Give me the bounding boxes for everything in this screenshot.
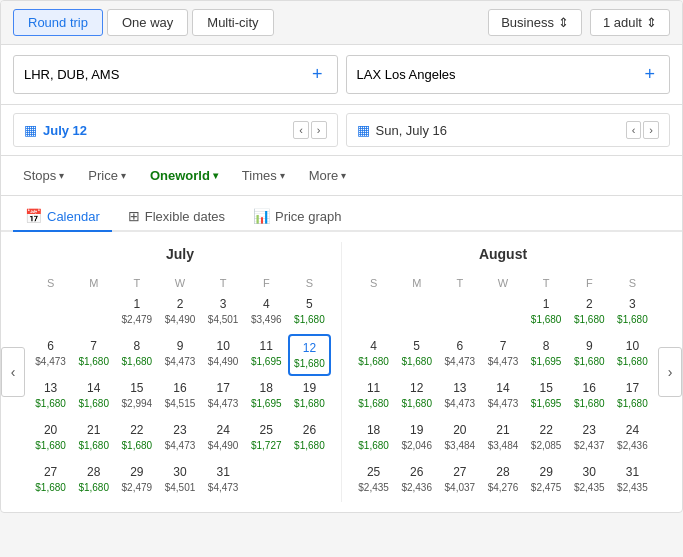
day-cell-july-7[interactable]: 7$1,680 (72, 334, 115, 376)
day-cell-july-12[interactable]: 12$1,680 (288, 334, 331, 376)
add-destination-button[interactable]: + (640, 64, 659, 85)
day-number: 28 (496, 464, 509, 481)
day-cell-july-11[interactable]: 11$1,695 (245, 334, 288, 376)
day-cell-july-28[interactable]: 28$1,680 (72, 460, 115, 502)
day-cell-august-18[interactable]: 18$1,680 (352, 418, 395, 460)
day-cell-july-31[interactable]: 31$4,473 (202, 460, 245, 502)
day-cell-august-1[interactable]: 1$1,680 (525, 292, 568, 334)
day-cell-july-6[interactable]: 6$4,473 (29, 334, 72, 376)
cabin-class-select[interactable]: Business ⇕ (488, 9, 582, 36)
day-price: $4,515 (165, 397, 196, 410)
day-cell-august-27[interactable]: 27$4,037 (438, 460, 481, 502)
stops-filter[interactable]: Stops ▾ (13, 164, 74, 187)
departure-prev-button[interactable]: ‹ (293, 121, 309, 139)
day-cell-august-17[interactable]: 17$1,680 (611, 376, 654, 418)
top-bar-right: Business ⇕ 1 adult ⇕ (488, 9, 670, 36)
day-cell-august-14[interactable]: 14$4,473 (481, 376, 524, 418)
return-next-button[interactable]: › (643, 121, 659, 139)
origin-input-wrapper[interactable]: + (13, 55, 338, 94)
one-way-button[interactable]: One way (107, 9, 188, 36)
day-cell-july-26[interactable]: 26$1,680 (288, 418, 331, 460)
day-cell-july-2[interactable]: 2$4,490 (158, 292, 201, 334)
day-cell-july-3[interactable]: 3$4,501 (202, 292, 245, 334)
day-cell-july-29[interactable]: 29$2,479 (115, 460, 158, 502)
tab-price-graph[interactable]: 📊 Price graph (241, 202, 353, 232)
day-cell-august-20[interactable]: 20$3,484 (438, 418, 481, 460)
day-cell-july-9[interactable]: 9$4,473 (158, 334, 201, 376)
tab-calendar[interactable]: 📅 Calendar (13, 202, 112, 232)
day-cell-july-17[interactable]: 17$4,473 (202, 376, 245, 418)
day-number: 21 (496, 422, 509, 439)
more-filter[interactable]: More ▾ (299, 164, 357, 187)
day-price: $1,680 (617, 313, 648, 326)
day-cell-july-13[interactable]: 13$1,680 (29, 376, 72, 418)
day-cell-july-1[interactable]: 1$2,479 (115, 292, 158, 334)
day-cell-august-25[interactable]: 25$2,435 (352, 460, 395, 502)
day-number: 2 (586, 296, 593, 313)
round-trip-button[interactable]: Round trip (13, 9, 103, 36)
day-cell-july-25[interactable]: 25$1,727 (245, 418, 288, 460)
day-cell-august-29[interactable]: 29$2,475 (525, 460, 568, 502)
day-cell-august-19[interactable]: 19$2,046 (395, 418, 438, 460)
day-cell-august-11[interactable]: 11$1,680 (352, 376, 395, 418)
day-cell-july-27[interactable]: 27$1,680 (29, 460, 72, 502)
calendar-next-button[interactable]: › (658, 347, 682, 397)
departure-next-button[interactable]: › (311, 121, 327, 139)
day-cell-july-24[interactable]: 24$4,490 (202, 418, 245, 460)
multi-city-button[interactable]: Multi-city (192, 9, 273, 36)
day-cell-july-5[interactable]: 5$1,680 (288, 292, 331, 334)
day-cell-july-15[interactable]: 15$2,994 (115, 376, 158, 418)
day-cell-july-16[interactable]: 16$4,515 (158, 376, 201, 418)
day-price: $4,490 (208, 439, 239, 452)
day-cell-july-20[interactable]: 20$1,680 (29, 418, 72, 460)
day-cell-july-8[interactable]: 8$1,680 (115, 334, 158, 376)
day-number: 1 (134, 296, 141, 313)
day-cell-august-24[interactable]: 24$2,436 (611, 418, 654, 460)
departure-date-input[interactable]: ▦ July 12 ‹ › (13, 113, 338, 147)
day-cell-august-16[interactable]: 16$1,680 (568, 376, 611, 418)
day-cell-august-12[interactable]: 12$1,680 (395, 376, 438, 418)
day-cell-august-21[interactable]: 21$3,484 (481, 418, 524, 460)
day-cell-july-19[interactable]: 19$1,680 (288, 376, 331, 418)
day-cell-august-5[interactable]: 5$1,680 (395, 334, 438, 376)
day-number: 12 (410, 380, 423, 397)
day-cell-august-2[interactable]: 2$1,680 (568, 292, 611, 334)
day-cell-august-9[interactable]: 9$1,680 (568, 334, 611, 376)
tab-flexible-dates[interactable]: ⊞ Flexible dates (116, 202, 237, 232)
oneworld-filter[interactable]: Oneworld ▾ (140, 164, 228, 187)
day-cell-august-28[interactable]: 28$4,276 (481, 460, 524, 502)
day-cell-august-26[interactable]: 26$2,436 (395, 460, 438, 502)
day-cell-july-14[interactable]: 14$1,680 (72, 376, 115, 418)
day-cell-august-4[interactable]: 4$1,680 (352, 334, 395, 376)
day-cell-july-10[interactable]: 10$4,490 (202, 334, 245, 376)
day-cell-july-23[interactable]: 23$4,473 (158, 418, 201, 460)
day-cell-august-6[interactable]: 6$4,473 (438, 334, 481, 376)
day-cell-august-30[interactable]: 30$2,435 (568, 460, 611, 502)
day-cell-august-15[interactable]: 15$1,695 (525, 376, 568, 418)
day-cell-august-23[interactable]: 23$2,437 (568, 418, 611, 460)
day-cell-august-3[interactable]: 3$1,680 (611, 292, 654, 334)
day-cell-august-7[interactable]: 7$4,473 (481, 334, 524, 376)
day-cell-august-10[interactable]: 10$1,680 (611, 334, 654, 376)
day-cell-july-22[interactable]: 22$1,680 (115, 418, 158, 460)
calendar-prev-button[interactable]: ‹ (1, 347, 25, 397)
add-origin-button[interactable]: + (308, 64, 327, 85)
price-filter[interactable]: Price ▾ (78, 164, 136, 187)
day-cell-august-31[interactable]: 31$2,435 (611, 460, 654, 502)
day-cell-august-22[interactable]: 22$2,085 (525, 418, 568, 460)
return-prev-button[interactable]: ‹ (626, 121, 642, 139)
day-cell-july-18[interactable]: 18$1,695 (245, 376, 288, 418)
origin-input[interactable] (24, 67, 308, 82)
times-filter[interactable]: Times ▾ (232, 164, 295, 187)
day-cell-july-30[interactable]: 30$4,501 (158, 460, 201, 502)
chevron-down-icon: ⇕ (558, 15, 569, 30)
passengers-select[interactable]: 1 adult ⇕ (590, 9, 670, 36)
day-cell-july-21[interactable]: 21$1,680 (72, 418, 115, 460)
destination-input[interactable] (357, 67, 641, 82)
return-date-input[interactable]: ▦ Sun, July 16 ‹ › (346, 113, 671, 147)
day-cell-august-8[interactable]: 8$1,695 (525, 334, 568, 376)
day-number: 16 (173, 380, 186, 397)
destination-input-wrapper[interactable]: + (346, 55, 671, 94)
day-cell-july-4[interactable]: 4$3,496 (245, 292, 288, 334)
day-cell-august-13[interactable]: 13$4,473 (438, 376, 481, 418)
